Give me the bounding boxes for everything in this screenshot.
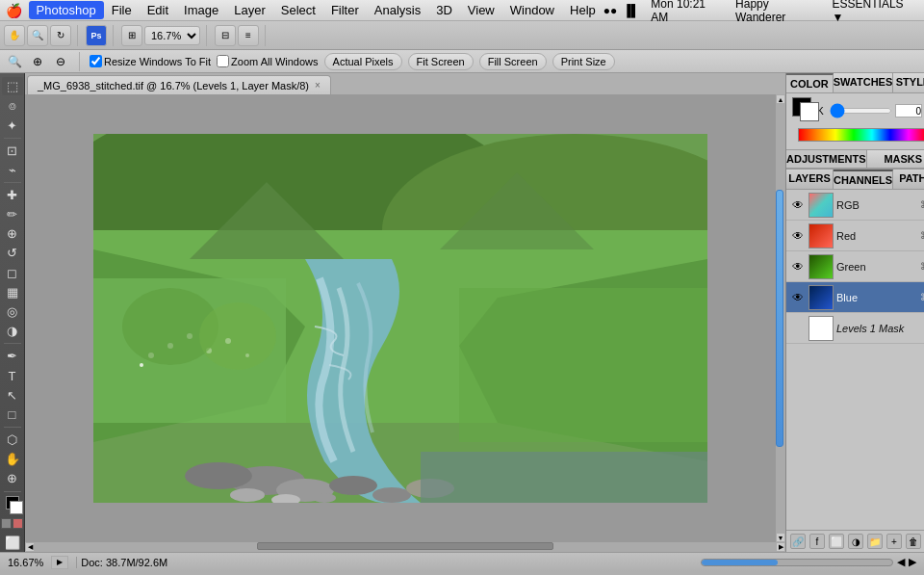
- layer-row-blue[interactable]: 👁 Blue ⌘5: [786, 282, 924, 313]
- layer-row-green[interactable]: 👁 Green ⌘4: [786, 251, 924, 282]
- eraser-tool[interactable]: ◻: [2, 264, 23, 282]
- text-tool[interactable]: T: [2, 366, 23, 384]
- zoom-all-check[interactable]: Zoom All Windows: [217, 55, 318, 67]
- resize-windows-check[interactable]: Resize Windows To Fit: [90, 55, 211, 67]
- tab-channels[interactable]: CHANNELS: [834, 170, 893, 189]
- tab-adjustments[interactable]: ADJUSTMENTS: [786, 150, 867, 168]
- layer-mask-btn[interactable]: ⬜: [829, 534, 844, 549]
- svg-point-9: [329, 476, 377, 495]
- clone-tool[interactable]: ⊕: [2, 224, 23, 243]
- hscroll-thumb[interactable]: [257, 542, 553, 550]
- blur-tool[interactable]: ◎: [2, 302, 23, 321]
- zoom-tool[interactable]: 🔍: [27, 25, 48, 46]
- 3d-tool[interactable]: ⬡: [2, 431, 23, 449]
- menu-filter[interactable]: Filter: [323, 1, 367, 19]
- print-size-btn[interactable]: Print Size: [552, 53, 615, 70]
- menu-photoshop[interactable]: Photoshop: [29, 1, 104, 19]
- progress-arrow-right[interactable]: ▶: [909, 556, 916, 568]
- k-value-input[interactable]: [895, 104, 922, 118]
- menu-select[interactable]: Select: [273, 1, 323, 19]
- shape-tool[interactable]: □: [2, 405, 23, 424]
- layer-row-mask[interactable]: 👁 Levels 1 Mask ⌘\: [786, 313, 924, 344]
- tab-color[interactable]: COLOR: [786, 73, 834, 92]
- layer-row-rgb[interactable]: 👁 RGB ⌘2: [786, 190, 924, 221]
- magic-wand-tool[interactable]: ✦: [2, 116, 23, 134]
- scroll-left-arrow[interactable]: ◀: [25, 542, 35, 552]
- menu-file[interactable]: File: [104, 1, 140, 19]
- rotate-tool[interactable]: ↻: [50, 25, 71, 46]
- tab-paths[interactable]: PATHS: [893, 170, 924, 189]
- scroll-right-arrow[interactable]: ▶: [776, 542, 785, 552]
- layer-visibility-blue[interactable]: 👁: [790, 290, 806, 305]
- menu-view[interactable]: View: [460, 1, 502, 19]
- layer-row-red[interactable]: 👁 Red ⌘3: [786, 221, 924, 251]
- opt-icon3[interactable]: ⊖: [52, 53, 69, 70]
- history-brush[interactable]: ↺: [2, 244, 23, 262]
- tab-close-btn[interactable]: ×: [315, 80, 321, 91]
- document-tab[interactable]: _MG_6938_stitched.tif @ 16.7% (Levels 1,…: [27, 75, 331, 94]
- path-select-tool[interactable]: ↖: [2, 386, 23, 405]
- actual-pixels-btn[interactable]: Actual Pixels: [324, 53, 402, 70]
- menu-layer[interactable]: Layer: [226, 1, 273, 19]
- view-btn2[interactable]: ≡: [238, 25, 259, 46]
- new-group-btn[interactable]: 📁: [867, 534, 883, 549]
- lasso-tool[interactable]: ⌾: [2, 96, 23, 115]
- menu-image[interactable]: Image: [176, 1, 226, 19]
- layer-visibility-rgb[interactable]: 👁: [790, 197, 806, 213]
- layer-visibility-red[interactable]: 👁: [790, 228, 806, 244]
- canvas-horizontal-scrollbar[interactable]: ◀ ▶: [25, 542, 785, 552]
- layer-visibility-green[interactable]: 👁: [790, 259, 806, 274]
- tab-layers[interactable]: LAYERS: [786, 170, 834, 189]
- selection-tool[interactable]: ⬚: [2, 77, 23, 95]
- new-layer-btn[interactable]: +: [886, 534, 902, 549]
- tab-styles[interactable]: STYLES: [893, 73, 924, 92]
- brush-tool[interactable]: ✏: [2, 205, 23, 223]
- background-swatch[interactable]: [800, 102, 819, 121]
- apple-menu[interactable]: 🍎: [0, 3, 29, 18]
- standard-mode-btn[interactable]: [1, 518, 12, 529]
- pen-tool[interactable]: ✒: [2, 347, 23, 365]
- menu-window[interactable]: Window: [502, 1, 562, 19]
- delete-layer-btn[interactable]: 🗑: [906, 534, 921, 549]
- zoom-canvas-tool[interactable]: ⊕: [2, 469, 23, 487]
- menu-analysis[interactable]: Analysis: [367, 1, 428, 19]
- opt-icon1[interactable]: 🔍: [6, 53, 23, 70]
- hscroll-track[interactable]: [35, 542, 776, 552]
- tab-masks[interactable]: MASKS: [867, 150, 924, 168]
- layer-style-btn[interactable]: f: [809, 534, 825, 549]
- tab-swatches[interactable]: SWATCHES: [834, 73, 894, 92]
- zoom-select[interactable]: 16.7%: [144, 26, 200, 45]
- canvas-vertical-scrollbar[interactable]: ▲ ▼: [776, 94, 785, 542]
- essentials-button[interactable]: ESSENTIALS ▼: [833, 0, 916, 24]
- crop-tool[interactable]: ⊡: [2, 141, 23, 159]
- menu-3d[interactable]: 3D: [428, 1, 460, 19]
- zoom-indicator-btn[interactable]: ▶: [51, 556, 68, 569]
- view-btn[interactable]: ⊟: [215, 25, 236, 46]
- background-color[interactable]: [10, 501, 23, 514]
- link-layers-btn[interactable]: 🔗: [790, 534, 806, 549]
- menu-edit[interactable]: Edit: [140, 1, 176, 19]
- hand-tool[interactable]: ✋: [2, 450, 23, 468]
- gradient-tool[interactable]: ▦: [2, 283, 23, 301]
- eyedropper-tool[interactable]: ⌁: [2, 161, 23, 179]
- options-bar: 🔍 ⊕ ⊖ Resize Windows To Fit Zoom All Win…: [0, 50, 924, 73]
- screen-mode-btn[interactable]: ⬜: [2, 534, 23, 552]
- menu-help[interactable]: Help: [562, 1, 603, 19]
- hand-tool[interactable]: ✋: [4, 25, 25, 46]
- quick-mask-btn[interactable]: [13, 518, 23, 529]
- adjustment-layer-btn[interactable]: ◑: [848, 534, 863, 549]
- scroll-thumb[interactable]: [776, 190, 783, 447]
- scroll-down-arrow[interactable]: ▼: [776, 533, 785, 542]
- progress-arrow-left[interactable]: ◀: [897, 556, 905, 568]
- scroll-track[interactable]: [776, 104, 785, 533]
- dodge-tool[interactable]: ◑: [2, 322, 23, 340]
- fg-bg-colors[interactable]: [2, 496, 23, 514]
- scroll-up-arrow[interactable]: ▲: [776, 94, 785, 104]
- k-slider[interactable]: [830, 108, 892, 114]
- arrange-btn[interactable]: ⊞: [121, 25, 142, 46]
- opt-icon2[interactable]: ⊕: [29, 53, 46, 70]
- fill-screen-btn[interactable]: Fill Screen: [479, 53, 547, 70]
- fit-screen-btn[interactable]: Fit Screen: [408, 53, 474, 70]
- color-panel: COLOR SWATCHES STYLES K: [786, 73, 924, 150]
- healing-tool[interactable]: ✚: [2, 186, 23, 204]
